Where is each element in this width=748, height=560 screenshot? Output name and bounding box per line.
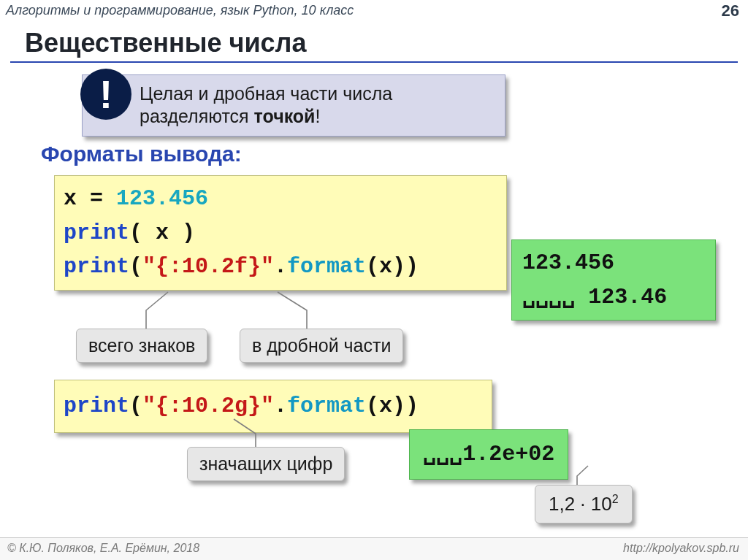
sci-exp: 2 <box>612 493 619 505</box>
c1l3-func: format <box>287 254 366 279</box>
out1-line2: ␣␣␣␣ 123.46 <box>522 280 705 315</box>
c1l2-keyword: print <box>64 220 129 245</box>
tag-significant-digits: значащих цифр <box>187 447 345 481</box>
c1l3-p2: (x)) <box>366 254 419 279</box>
c1l3-string: "{:10.2f}" <box>142 254 274 279</box>
callout-text-bold: точкой <box>254 106 316 126</box>
subject-label: Алгоритмы и программирование, язык Pytho… <box>6 3 354 18</box>
note-callout: Целая и дробная части числа разделяются … <box>82 74 505 137</box>
tag-fractional-part: в дробной части <box>240 329 403 363</box>
title-underline <box>10 61 738 63</box>
c1l3-p1: ( <box>129 254 142 279</box>
c2-string: "{:10.2g}" <box>142 394 274 418</box>
out2-spaces: ␣␣␣ <box>423 442 462 467</box>
page-number: 26 <box>722 1 739 20</box>
out1-val: 123.46 <box>575 285 667 310</box>
c1l1-pre: x = <box>64 186 116 211</box>
c2-p1: ( <box>129 394 142 418</box>
code-block-1: x = 123.456 print( x ) print("{:10.2f}".… <box>54 175 507 291</box>
out2-val: 1.2e+02 <box>462 442 554 467</box>
c1l2-rest: ( x ) <box>129 220 195 245</box>
footer-url: http://kpolyakov.spb.ru <box>623 542 739 555</box>
footer-copyright: © К.Ю. Поляков, Е.А. Ерёмин, 2018 <box>7 542 199 555</box>
exclamation-icon: ! <box>80 69 131 120</box>
connector-frac-icon <box>270 288 343 332</box>
c1l3-dot: . <box>274 254 287 279</box>
out1-line1: 123.456 <box>522 246 705 280</box>
c2-dot: . <box>274 394 287 418</box>
code-block-2: print("{:10.2g}".format(x)) <box>54 380 492 433</box>
c2-p2: (x)) <box>366 394 419 418</box>
tag-scientific-value: 1,2 · 102 <box>535 485 633 523</box>
c1l3-keyword: print <box>64 254 129 279</box>
connector-total-icon <box>110 288 183 332</box>
tag-total-chars: всего знаков <box>76 329 207 363</box>
footer: © К.Ю. Поляков, Е.А. Ерёмин, 2018 http:/… <box>0 537 748 560</box>
c2-func: format <box>287 394 366 418</box>
c2-keyword: print <box>64 394 129 418</box>
section-subheading: Форматы вывода: <box>41 142 242 166</box>
callout-text-suffix: ! <box>316 106 321 126</box>
output-box-2: ␣␣␣1.2e+02 <box>409 429 568 480</box>
out1-spaces: ␣␣␣␣ <box>522 285 575 310</box>
page-title: Вещественные числа <box>25 28 748 58</box>
top-bar: Алгоритмы и программирование, язык Pytho… <box>0 0 748 22</box>
sci-text: 1,2 · 10 <box>549 493 612 515</box>
slide: Алгоритмы и программирование, язык Pytho… <box>0 0 748 560</box>
c1l1-literal: 123.456 <box>116 186 208 211</box>
output-box-1: 123.456 ␣␣␣␣ 123.46 <box>511 239 716 321</box>
